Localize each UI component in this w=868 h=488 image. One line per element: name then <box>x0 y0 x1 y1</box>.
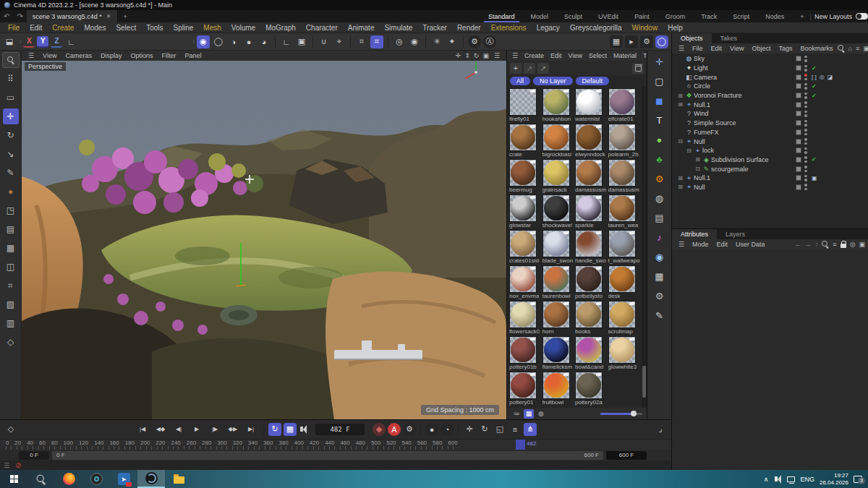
object-row[interactable]: ○ Circle ✓ [ ] ◎ ◪ ▣ <box>672 82 868 91</box>
visibility-dots[interactable] <box>804 184 807 190</box>
layer-square[interactable] <box>796 83 801 89</box>
modeling-tool-icon[interactable]: ▭ <box>3 90 19 106</box>
marker-icon[interactable]: ◇ <box>4 423 17 436</box>
mode-tool-icon[interactable]: ◼ <box>651 93 668 108</box>
layout-toggle[interactable] <box>856 13 868 20</box>
range-end-field[interactable]: 600 F <box>606 451 647 460</box>
layer-square[interactable] <box>796 147 801 153</box>
material-filter-chip[interactable]: No Layer <box>533 77 573 85</box>
mode-tool-icon[interactable]: ◍ <box>651 190 668 206</box>
notification-icon[interactable]: 3 <box>854 476 862 483</box>
mode-tool-icon[interactable]: T <box>651 112 668 128</box>
object-label[interactable]: Light <box>694 64 796 72</box>
viewport-search-button[interactable] <box>2 52 20 68</box>
up-icon[interactable]: ↑ <box>815 241 819 248</box>
visibility-dots[interactable] <box>804 156 807 163</box>
mode-tool-icon[interactable]: ♣ <box>651 151 668 167</box>
object-menu-item[interactable]: File <box>689 45 707 52</box>
selection-tool-icon[interactable]: ◑ <box>227 35 240 48</box>
material-filter-chip[interactable]: Default <box>576 77 610 85</box>
thumbnail-size-slider[interactable] <box>600 413 642 415</box>
layer-square[interactable] <box>796 184 801 190</box>
viewport-menu-item[interactable]: Display <box>97 52 126 59</box>
modeling-tool-icon[interactable]: ✎ <box>3 165 19 181</box>
current-frame-field[interactable]: 482 F <box>315 424 365 435</box>
key-type-icon[interactable]: ◱ <box>493 423 506 436</box>
object-row[interactable]: ⊞ ⌖ Null ✓ [ ] ◎ ◪ ▣ <box>672 183 868 192</box>
layout-tab[interactable]: Groom <box>658 12 693 22</box>
render-tool-icon[interactable]: ◉ <box>408 35 421 48</box>
object-manager-tab[interactable]: Takes <box>712 33 746 43</box>
visibility-dots[interactable] <box>804 74 807 80</box>
expand-timeline-icon[interactable]: ⌟ <box>654 423 667 436</box>
object-menu-item[interactable]: Edit <box>707 45 726 52</box>
attribute-tab[interactable]: Attributes <box>672 229 717 239</box>
viewport-canvas[interactable]: Perspective Grid Spacing : 1000 cm <box>22 61 506 419</box>
object-label[interactable]: Sky <box>694 55 796 62</box>
material-item[interactable]: pottery01b <box>509 336 542 372</box>
language-indicator[interactable]: ENG <box>800 476 814 483</box>
modeling-tool-icon[interactable]: ↘ <box>3 146 19 162</box>
viewport-menu-item[interactable]: View <box>39 52 60 59</box>
layout-tab[interactable]: Script <box>726 12 757 22</box>
camera-tag-icon[interactable]: ◪ <box>827 74 833 80</box>
menu-item[interactable]: Tracker <box>417 24 452 32</box>
material-item[interactable]: nox_envma <box>509 265 542 301</box>
material-item[interactable]: handle_swo <box>575 230 608 265</box>
layer-square[interactable] <box>796 74 801 80</box>
material-item[interactable]: t_wallweapo <box>608 230 642 265</box>
light-tool-icon[interactable]: ✦ <box>446 35 459 48</box>
mode-tool-icon[interactable]: ▦ <box>651 268 668 284</box>
menu-item[interactable]: Spline <box>169 24 199 32</box>
expand-icon[interactable]: ⊞ <box>676 101 684 108</box>
scrollbar-thumb[interactable] <box>642 366 646 398</box>
filter-icon[interactable]: ≡ <box>833 241 836 248</box>
lock-x-axis-button[interactable]: X <box>23 36 35 48</box>
lock-icon[interactable] <box>841 244 846 248</box>
hamburger-icon[interactable]: ☰ <box>4 462 9 469</box>
menu-item[interactable]: MoGraph <box>260 24 301 32</box>
mode-tool-icon[interactable]: ⚙ <box>651 288 668 304</box>
object-row[interactable]: ? Simple Source ✓ [ ] ◎ ◪ ▣ <box>672 119 868 128</box>
modeling-tool-icon[interactable]: ◫ <box>3 259 19 275</box>
record-button[interactable]: A <box>388 423 401 436</box>
menu-item[interactable]: Tools <box>141 24 168 32</box>
tray-chevron-icon[interactable]: ∧ <box>764 476 769 483</box>
object-row[interactable]: ✦ Light ✓ [ ] ◎ ◪ ▣ <box>672 64 868 73</box>
panel-export-icon[interactable]: ▣ <box>859 241 865 248</box>
delete-material-button[interactable] <box>632 63 644 74</box>
expand-icon[interactable]: ⊞ <box>676 175 684 181</box>
range-start-field[interactable]: 0 F <box>19 451 49 460</box>
menu-item[interactable]: Animate <box>343 24 380 32</box>
material-scrollbar[interactable] <box>642 87 647 408</box>
layout-tab[interactable]: Standard <box>481 12 522 22</box>
menu-item[interactable]: Extensions <box>486 24 532 32</box>
hamburger-icon[interactable]: ☰ <box>675 45 688 52</box>
material-item[interactable]: damassusm <box>575 159 608 194</box>
new-layouts-button[interactable]: New Layouts <box>814 13 852 20</box>
material-menu-item[interactable]: Select <box>586 52 610 59</box>
layer-square[interactable] <box>796 56 801 61</box>
forward-icon[interactable]: → <box>805 241 812 248</box>
record-button[interactable]: ⚙ <box>403 423 416 436</box>
layer-square[interactable] <box>796 93 801 98</box>
viewport-nav-icon[interactable]: ⇕ <box>464 52 470 59</box>
material-menu-item[interactable]: View <box>566 52 585 59</box>
expand-icon[interactable]: ⊞ <box>676 93 684 99</box>
menu-item[interactable]: Window <box>627 24 663 32</box>
object-row[interactable]: ? Wind ✓ [ ] ◎ ◪ ▣ <box>672 109 868 119</box>
menu-item[interactable]: Greyscalegorilla <box>565 24 627 32</box>
object-row[interactable]: ⊞ ❖ Voronoi Fracture ✓ [ ] ◎ ◪ ▣ <box>672 91 868 100</box>
selection-tool-icon[interactable]: ◯ <box>212 35 225 48</box>
material-item[interactable]: beermug <box>509 159 542 194</box>
modeling-tool-icon[interactable]: ↻ <box>3 127 19 143</box>
modeling-tool-icon[interactable]: ⠿ <box>3 71 19 87</box>
material-menu-item[interactable]: Create <box>522 52 547 59</box>
layer-square[interactable] <box>796 120 801 126</box>
solo-off-icon[interactable]: ⊘ <box>15 461 21 469</box>
lock-y-axis-button[interactable]: Y <box>37 36 48 48</box>
material-item[interactable]: polearm_2h <box>608 124 642 159</box>
visibility-dots[interactable] <box>804 83 807 90</box>
visibility-dots[interactable] <box>804 166 807 172</box>
grid-snap-icon[interactable]: ⌗ <box>355 35 368 48</box>
